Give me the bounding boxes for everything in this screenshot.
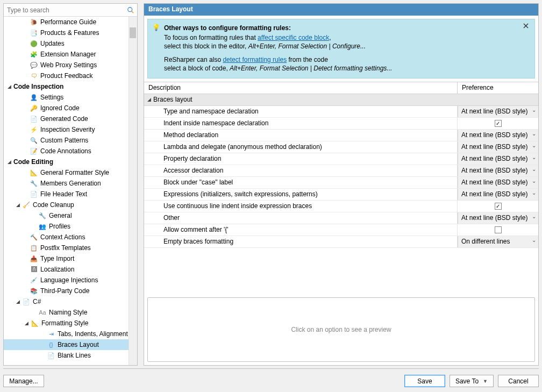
info-link-detect[interactable]: detect formatting rules bbox=[223, 56, 287, 63]
tree-label: Products & Features bbox=[40, 29, 99, 37]
option-preference: ✓ bbox=[458, 118, 538, 129]
option-preference: At next line (BSD style) bbox=[458, 153, 538, 165]
preference-select[interactable]: At next line (BSD style) bbox=[458, 141, 538, 153]
chevron-down-icon: ▼ bbox=[483, 379, 488, 384]
tree-item-csharp[interactable]: ◢📄C# bbox=[4, 296, 137, 307]
option-row[interactable]: Block under "case" labelAt next line (BS… bbox=[144, 177, 538, 189]
save-button[interactable]: Save bbox=[404, 375, 445, 387]
tree-label: Tabs, Indents, Alignment bbox=[58, 330, 128, 338]
search-icon[interactable] bbox=[125, 5, 136, 16]
option-preference: At next line (BSD style) bbox=[458, 106, 538, 117]
preference-select[interactable]: At next line (BSD style) bbox=[458, 189, 538, 200]
option-row[interactable]: Empty braces formattingOn different line… bbox=[144, 236, 538, 248]
info-link-block[interactable]: affect specific code block bbox=[258, 34, 329, 41]
item-icon: 📑 bbox=[30, 28, 38, 37]
tree-item[interactable]: AaNaming Style bbox=[4, 307, 137, 318]
option-row[interactable]: Indent inside namespace declaration✓ bbox=[144, 118, 538, 130]
tree-label: Blank Lines bbox=[58, 352, 91, 359]
cancel-button[interactable]: Cancel bbox=[498, 375, 539, 387]
splitter[interactable] bbox=[140, 3, 141, 366]
expand-icon[interactable]: ◢ bbox=[6, 83, 12, 90]
tree-item[interactable]: 📥Type Import bbox=[4, 253, 137, 264]
tree-label: Extension Manager bbox=[40, 51, 96, 58]
tree-label: Generated Code bbox=[40, 115, 88, 123]
info-text: To focus on formatting rules that bbox=[164, 34, 258, 41]
tree-label: Localization bbox=[40, 266, 74, 273]
close-icon[interactable] bbox=[523, 23, 531, 31]
tree-item[interactable]: ⚡Inspection Severity bbox=[4, 124, 137, 135]
manage-button[interactable]: Manage... bbox=[3, 375, 44, 387]
tree-item[interactable]: 💉Language Injections bbox=[4, 275, 137, 286]
info-text: Alt+Enter, Format Selection | Configure.… bbox=[248, 42, 366, 50]
options-grid: Description Preference ◢ Braces layout T… bbox=[144, 82, 538, 294]
tree-item[interactable]: 🟢Updates bbox=[4, 38, 137, 49]
scrollbar-thumb[interactable] bbox=[130, 27, 136, 38]
preference-select[interactable]: On different lines bbox=[458, 236, 538, 247]
tree-item[interactable]: 📚Third-Party Code bbox=[4, 286, 137, 296]
tree-item-braces-layout[interactable]: {}Braces Layout bbox=[4, 339, 137, 350]
expand-icon[interactable]: ◢ bbox=[15, 202, 21, 208]
preference-checkbox[interactable]: ✓ bbox=[495, 120, 502, 127]
preference-select[interactable]: At next line (BSD style) bbox=[458, 130, 538, 141]
option-row[interactable]: OtherAt next line (BSD style) bbox=[144, 212, 538, 224]
tree-item[interactable]: ⇥Tabs, Indents, Alignment bbox=[4, 329, 137, 339]
options-tree[interactable]: 🐌Performance Guide📑Products & Features🟢U… bbox=[4, 17, 137, 365]
tree-item[interactable]: 🅰Localization bbox=[4, 264, 137, 275]
expand-icon[interactable]: ◢ bbox=[15, 298, 21, 305]
option-row[interactable]: Use continuous line indent inside expres… bbox=[144, 201, 538, 212]
tree-item[interactable]: 📄File Header Text bbox=[4, 189, 137, 199]
option-row[interactable]: Lambda and delegate (anonymous method de… bbox=[144, 141, 538, 153]
tree-item[interactable]: 👥Profiles bbox=[4, 221, 137, 232]
search-input[interactable] bbox=[4, 5, 125, 15]
preference-select[interactable]: At next line (BSD style) bbox=[458, 177, 538, 188]
tree-item[interactable]: 📐General Formatter Style bbox=[4, 167, 137, 178]
option-row[interactable]: Property declarationAt next line (BSD st… bbox=[144, 153, 538, 165]
item-icon: 🔨 bbox=[30, 233, 38, 241]
tree-label: Type Import bbox=[40, 255, 74, 262]
tree-item[interactable]: 🗨Product Feedback bbox=[4, 70, 137, 81]
col-description[interactable]: Description bbox=[144, 82, 458, 94]
tree-item-formatting-style[interactable]: ◢📐Formatting Style bbox=[4, 318, 137, 329]
col-preference[interactable]: Preference bbox=[458, 82, 538, 94]
info-line: ReSharper can also detect formatting rul… bbox=[164, 55, 529, 64]
expand-icon[interactable]: ◢ bbox=[6, 159, 12, 165]
tree-item[interactable]: 📄Generated Code bbox=[4, 113, 137, 124]
tree-item-code-cleanup[interactable]: ◢🧹Code Cleanup bbox=[4, 199, 137, 210]
save-to-button[interactable]: Save To ▼ bbox=[450, 375, 494, 387]
tree-item[interactable]: 🐌Performance Guide bbox=[4, 17, 137, 27]
option-row[interactable]: Expressions (initializers, switch expres… bbox=[144, 189, 538, 201]
tree-item[interactable]: 🔨Context Actions bbox=[4, 232, 137, 243]
expand-icon[interactable]: ◢ bbox=[23, 320, 30, 326]
tree-item[interactable]: 💬Web Proxy Settings bbox=[4, 60, 137, 70]
preference-select[interactable]: At next line (BSD style) bbox=[458, 212, 538, 224]
collapse-icon[interactable]: ◢ bbox=[147, 97, 151, 102]
tree-item[interactable]: 📑Products & Features bbox=[4, 27, 137, 38]
preference-select[interactable]: At next line (BSD style) bbox=[458, 153, 538, 165]
tree-item[interactable]: 🔑Ignored Code bbox=[4, 103, 137, 113]
option-row[interactable]: Method declarationAt next line (BSD styl… bbox=[144, 130, 538, 141]
vertical-scrollbar[interactable] bbox=[129, 17, 137, 365]
tree-item[interactable]: 🧩Extension Manager bbox=[4, 49, 137, 60]
tree-item[interactable]: 👤Settings bbox=[4, 92, 137, 103]
tree-category-code-editing[interactable]: ◢Code Editing bbox=[4, 156, 137, 167]
tree-item[interactable]: 📄Blank Lines bbox=[4, 350, 137, 361]
preference-select[interactable]: At next line (BSD style) bbox=[458, 106, 538, 117]
tree-item[interactable]: 📋Postfix Templates bbox=[4, 243, 137, 253]
tree-item[interactable]: 🔧Members Generation bbox=[4, 178, 137, 189]
option-preference: At next line (BSD style) bbox=[458, 141, 538, 153]
item-icon: 📄 bbox=[30, 190, 38, 198]
group-row[interactable]: ◢ Braces layout bbox=[144, 94, 538, 106]
tree-item[interactable]: 📝Code Annotations bbox=[4, 146, 137, 156]
tree-item[interactable]: 🔍Custom Patterns bbox=[4, 135, 137, 146]
page-title: Braces Layout bbox=[144, 4, 538, 16]
preference-checkbox[interactable]: ✓ bbox=[495, 203, 502, 210]
tree-category-code-inspection[interactable]: ◢Code Inspection bbox=[4, 81, 137, 92]
preference-select[interactable]: At next line (BSD style) bbox=[458, 165, 538, 176]
option-row[interactable]: Allow comment after '{' bbox=[144, 224, 538, 236]
option-preference: At next line (BSD style) bbox=[458, 177, 538, 188]
tree-item[interactable]: 🔧General bbox=[4, 210, 137, 221]
option-row[interactable]: Accessor declarationAt next line (BSD st… bbox=[144, 165, 538, 177]
preference-checkbox[interactable] bbox=[495, 226, 502, 233]
option-description: Indent inside namespace declaration bbox=[144, 118, 458, 129]
option-row[interactable]: Type and namespace declarationAt next li… bbox=[144, 106, 538, 118]
